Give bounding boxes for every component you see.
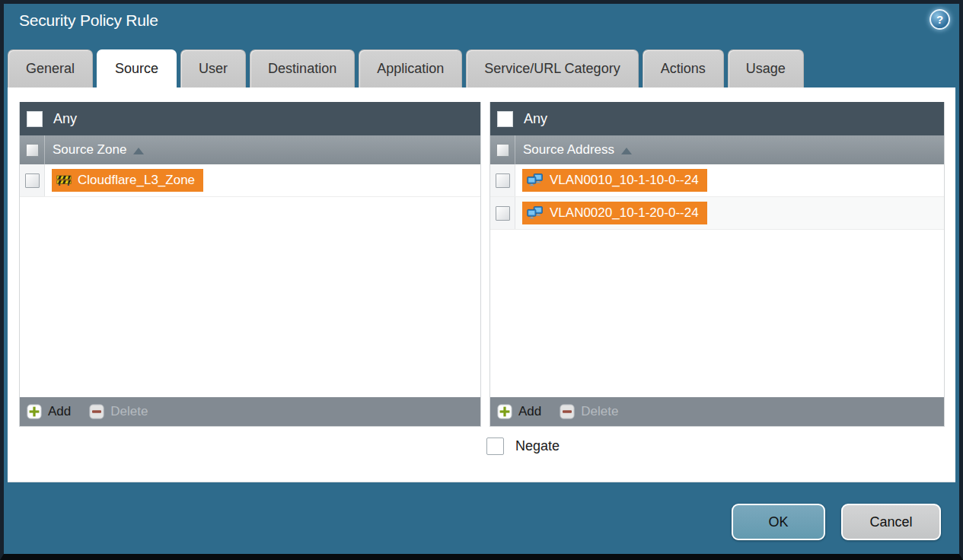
source-zone-any-checkbox[interactable] xyxy=(27,111,43,127)
address-icon xyxy=(527,206,544,220)
tab-service-url-category[interactable]: Service/URL Category xyxy=(466,49,638,88)
add-button[interactable]: Add xyxy=(27,404,71,419)
row-checkbox-cell xyxy=(490,164,515,196)
address-object-chip[interactable]: VLAN0020_10-1-20-0--24 xyxy=(522,202,707,224)
delete-label: Delete xyxy=(110,404,148,419)
delete-button[interactable]: Delete xyxy=(89,404,148,419)
tab-usage[interactable]: Usage xyxy=(728,49,804,88)
minus-icon xyxy=(560,404,575,419)
select-all-cell xyxy=(20,135,45,164)
sort-asc-icon xyxy=(621,148,632,154)
help-icon[interactable]: ? xyxy=(930,9,950,30)
source-address-column-header[interactable]: Source Address xyxy=(490,135,944,164)
tab-user[interactable]: User xyxy=(180,49,246,88)
negate-label: Negate xyxy=(515,438,560,454)
tab-bar: General Source User Destination Applicat… xyxy=(8,49,804,88)
tab-application[interactable]: Application xyxy=(359,49,462,88)
tab-general[interactable]: General xyxy=(8,49,93,88)
source-zone-any-header: Any xyxy=(20,102,480,135)
cancel-button[interactable]: Cancel xyxy=(841,504,941,540)
add-label: Add xyxy=(48,404,71,419)
zone-icon xyxy=(56,174,72,186)
address-object-chip[interactable]: VLAN0010_10-1-10-0--24 xyxy=(522,169,707,192)
address-object-name: VLAN0020_10-1-20-0--24 xyxy=(550,205,699,221)
row-checkbox[interactable] xyxy=(496,173,510,188)
address-object-name: VLAN0010_10-1-10-0--24 xyxy=(550,173,699,188)
plus-icon xyxy=(497,404,512,419)
row-checkbox-cell xyxy=(20,164,45,196)
source-zone-select-all-checkbox[interactable] xyxy=(26,144,39,157)
help-glyph: ? xyxy=(936,14,943,25)
sort-asc-icon xyxy=(133,148,144,154)
zone-object-name: Cloudflare_L3_Zone xyxy=(78,173,195,188)
source-zone-any-label: Any xyxy=(53,111,77,127)
negate-checkbox[interactable] xyxy=(486,438,504,455)
tab-destination[interactable]: Destination xyxy=(250,49,355,88)
row-checkbox[interactable] xyxy=(496,206,510,221)
source-address-toolbar: Add Delete xyxy=(490,397,944,426)
source-address-any-checkbox[interactable] xyxy=(497,111,513,127)
source-zone-rows: Cloudflare_L3_Zone xyxy=(20,164,480,397)
source-zone-toolbar: Add Delete xyxy=(20,397,480,426)
address-icon xyxy=(527,173,544,187)
add-label: Add xyxy=(518,404,541,419)
table-row[interactable]: VLAN0020_10-1-20-0--24 xyxy=(490,197,944,230)
source-zone-column-header[interactable]: Source Zone xyxy=(20,135,480,164)
source-zone-panel: Any Source Zone xyxy=(19,102,481,427)
source-address-any-label: Any xyxy=(524,111,547,127)
negate-control: Negate xyxy=(486,438,560,455)
row-checkbox[interactable] xyxy=(25,173,40,188)
source-address-any-header: Any xyxy=(490,102,944,135)
security-policy-rule-dialog: Security Policy Rule ? General Source Us… xyxy=(0,0,963,560)
tab-source[interactable]: Source xyxy=(97,49,177,88)
source-address-panel: Any Source Address xyxy=(489,102,945,427)
row-checkbox-cell xyxy=(490,197,515,229)
plus-icon xyxy=(27,404,42,419)
source-address-column-label: Source Address xyxy=(523,142,614,158)
delete-button[interactable]: Delete xyxy=(560,404,618,419)
table-row[interactable]: VLAN0010_10-1-10-0--24 xyxy=(490,164,944,197)
tab-actions[interactable]: Actions xyxy=(643,49,724,88)
table-row[interactable]: Cloudflare_L3_Zone xyxy=(20,164,480,197)
source-tab-content: Any Source Zone xyxy=(8,88,955,482)
ok-button[interactable]: OK xyxy=(732,504,825,540)
source-zone-column-label: Source Zone xyxy=(53,142,126,158)
delete-label: Delete xyxy=(581,404,618,419)
minus-icon xyxy=(89,404,104,419)
dialog-title: Security Policy Rule xyxy=(19,11,158,30)
source-address-rows: VLAN0010_10-1-10-0--24 xyxy=(490,164,944,397)
select-all-cell xyxy=(490,135,515,164)
add-button[interactable]: Add xyxy=(497,404,541,419)
zone-object-chip[interactable]: Cloudflare_L3_Zone xyxy=(52,169,203,192)
source-address-select-all-checkbox[interactable] xyxy=(496,144,509,157)
